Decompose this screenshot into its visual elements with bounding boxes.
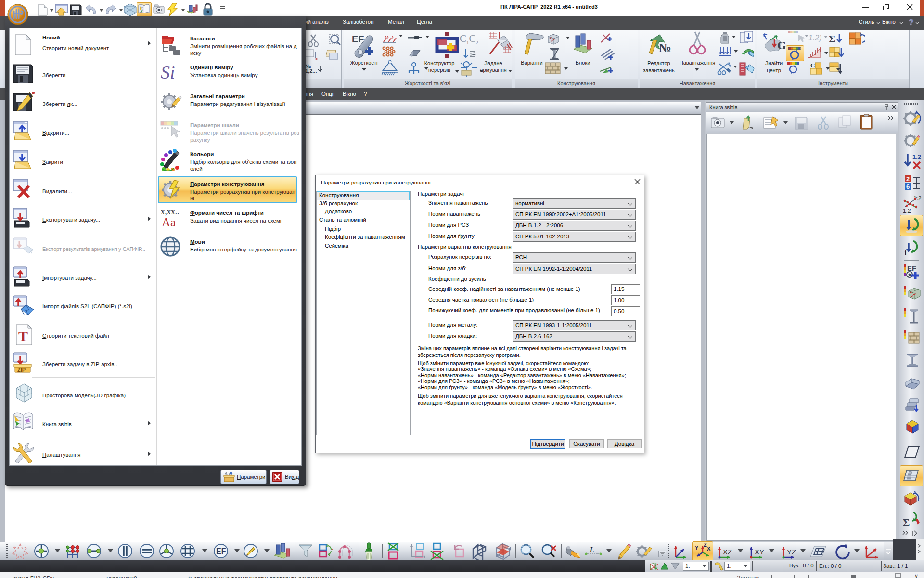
svg-text:2: 2 (906, 175, 910, 183)
svg-text:ZIP: ZIP (17, 367, 26, 373)
svg-text:EF: EF (907, 264, 916, 272)
svg-text:Y: Y (695, 545, 699, 551)
svg-text:YZ: YZ (787, 548, 796, 556)
svg-text:Z: Z (704, 543, 707, 548)
svg-text:C: C (810, 62, 815, 69)
svg-text:Σ: Σ (903, 516, 910, 528)
svg-text:1.2: 1.2 (903, 208, 911, 214)
svg-text:T: T (18, 328, 28, 344)
svg-text:XY: XY (755, 548, 764, 556)
svg-text:XZ: XZ (723, 548, 732, 556)
svg-text:L: L (590, 546, 594, 553)
svg-text:X: X (707, 546, 711, 552)
svg-text:EF: EF (216, 547, 226, 555)
